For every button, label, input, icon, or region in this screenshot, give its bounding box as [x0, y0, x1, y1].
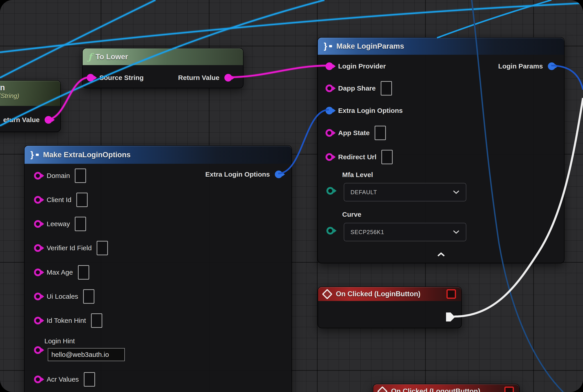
svg-text:}: }: [30, 150, 34, 159]
node-to-lower[interactable]: ƒ To Lower Source String Return Value: [82, 48, 244, 88]
id-token-hint-default-checkbox[interactable]: [91, 313, 102, 328]
input-pin-source-string[interactable]: [87, 74, 94, 82]
node-make-login-params[interactable]: } Make LoginParams Login Provider Login …: [318, 37, 564, 263]
node-title-fragment: tion: [0, 83, 55, 92]
node-header[interactable]: tion ox (String): [0, 81, 60, 106]
node-title: On Clicked (LoginButton): [336, 290, 420, 298]
node-subtitle-fragment: ox (String): [0, 92, 55, 100]
exec-output-pin[interactable]: [446, 312, 455, 322]
node-on-clicked-login-button[interactable]: On Clicked (LoginButton): [318, 286, 462, 328]
node-make-extra-login-options[interactable]: } Make ExtraLoginOptions Extra Login Opt…: [24, 145, 292, 392]
node-header[interactable]: ƒ To Lower: [83, 48, 243, 65]
collapse-node-chevron-icon[interactable]: [436, 252, 446, 257]
node-get-text-partial[interactable]: tion ox (String) eturn Value: [0, 80, 61, 132]
pin-label: Dapp Share: [338, 84, 376, 92]
chevron-down-icon: [453, 230, 460, 234]
input-pin-domain[interactable]: [34, 172, 42, 180]
output-pin-login-params[interactable]: [548, 62, 556, 70]
input-pin-ui-locales[interactable]: [34, 293, 42, 300]
domain-default-checkbox[interactable]: [75, 168, 86, 183]
node-title: Make ExtraLoginOptions: [43, 150, 131, 159]
input-pin-app-state[interactable]: [326, 129, 333, 137]
input-pin-leeway[interactable]: [34, 220, 42, 228]
input-pin-id-token-hint[interactable]: [34, 317, 42, 324]
pin-label: Return Value: [178, 74, 220, 82]
pin-label: Login Params: [498, 62, 543, 70]
input-pin-login-hint[interactable]: [34, 346, 42, 354]
ui-locales-default-checkbox[interactable]: [83, 289, 94, 304]
input-pin-login-provider[interactable]: [326, 62, 333, 70]
leeway-default-checkbox[interactable]: [75, 217, 86, 231]
node-header[interactable]: On Clicked (LoginButton): [318, 287, 461, 301]
pin-label: Verifier Id Field: [47, 244, 92, 252]
node-header[interactable]: } Make ExtraLoginOptions: [24, 146, 292, 164]
verifier-id-field-default-checkbox[interactable]: [97, 241, 108, 255]
pin-label: Max Age: [47, 268, 73, 276]
pin-label: Extra Login Options: [338, 107, 403, 114]
mfa-level-dropdown[interactable]: DEFAULT: [344, 183, 466, 202]
pin-label: App State: [338, 129, 370, 137]
input-pin-verifier-id-field[interactable]: [34, 244, 42, 252]
input-pin-mfa-level[interactable]: [326, 187, 334, 195]
output-pin-return-value[interactable]: [224, 74, 232, 82]
node-title: On Clicked (LogoutButton): [391, 387, 480, 392]
pin-label: Source String: [99, 74, 144, 82]
chevron-down-icon: [453, 190, 460, 194]
pin-label-login-hint: Login Hint: [44, 337, 75, 345]
node-header[interactable]: On Clicked (LogoutButton): [373, 384, 519, 392]
wire-cyan-4: [437, 0, 552, 38]
node-title: Make LoginParams: [336, 42, 404, 50]
curve-dropdown[interactable]: SECP256K1: [344, 223, 466, 241]
make-struct-icon: }: [30, 150, 40, 159]
input-pin-acr-values[interactable]: [34, 376, 42, 383]
mfa-level-label: Mfa Level: [342, 171, 373, 179]
acr-values-default-checkbox[interactable]: [84, 372, 95, 386]
pin-label: Redirect Url: [338, 153, 376, 161]
pin-label: Extra Login Options: [205, 170, 270, 178]
svg-text:}: }: [324, 42, 327, 51]
input-pin-redirect-url[interactable]: [326, 153, 333, 161]
input-pin-dapp-share[interactable]: [326, 84, 333, 92]
input-pin-client-id[interactable]: [34, 196, 42, 204]
event-diamond-icon: [377, 386, 388, 392]
node-title: To Lower: [96, 52, 128, 61]
mfa-level-value: DEFAULT: [350, 189, 377, 196]
pin-label: Domain: [47, 172, 70, 180]
event-bind-icon[interactable]: [446, 289, 456, 299]
function-f-icon: ƒ: [88, 52, 92, 61]
node-on-clicked-logout-button[interactable]: On Clicked (LogoutButton): [373, 384, 520, 392]
input-pin-max-age[interactable]: [34, 268, 42, 276]
login-hint-input[interactable]: [48, 348, 125, 361]
curve-value: SECP256K1: [350, 229, 384, 236]
max-age-default-checkbox[interactable]: [78, 265, 89, 280]
pin-label: Id Token Hint: [47, 317, 86, 324]
output-pin-string[interactable]: [44, 116, 52, 124]
event-diamond-icon: [322, 289, 332, 300]
pin-label: Login Provider: [338, 62, 386, 70]
input-pin-curve[interactable]: [326, 227, 334, 234]
blueprint-graph-canvas[interactable]: tion ox (String) eturn Value ƒ To Lower …: [0, 0, 583, 392]
curve-label: Curve: [342, 211, 361, 218]
pin-label: Client Id: [47, 196, 72, 204]
node-header[interactable]: } Make LoginParams: [318, 38, 564, 55]
event-bind-icon[interactable]: [504, 386, 514, 392]
pin-label: eturn Value: [3, 116, 40, 124]
app-state-default-checkbox[interactable]: [374, 126, 386, 140]
client-id-default-checkbox[interactable]: [76, 192, 88, 207]
input-pin-extra-login-options[interactable]: [326, 107, 333, 114]
dapp-share-default-checkbox[interactable]: [381, 81, 392, 96]
pin-label: Ui Locales: [47, 293, 78, 300]
make-struct-icon: }: [323, 42, 333, 51]
redirect-url-default-checkbox[interactable]: [382, 150, 393, 164]
output-pin-extra-login-options[interactable]: [275, 170, 282, 178]
pin-label: Leeway: [47, 220, 70, 228]
pin-label: Acr Values: [47, 376, 79, 383]
